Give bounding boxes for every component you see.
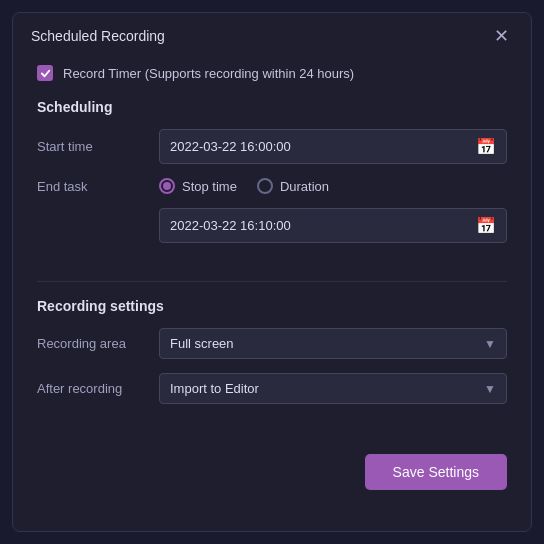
after-recording-label: After recording xyxy=(37,381,147,396)
stop-time-radio-inner xyxy=(163,182,171,190)
end-task-label: End task xyxy=(37,179,147,194)
close-button[interactable]: ✕ xyxy=(490,27,513,45)
stop-time-radio[interactable]: Stop time xyxy=(159,178,237,194)
scheduled-recording-dialog: Scheduled Recording ✕ Record Timer (Supp… xyxy=(12,12,532,532)
start-time-input[interactable]: 2022-03-22 16:00:00 📅 xyxy=(159,129,507,164)
recording-area-label: Recording area xyxy=(37,336,147,351)
start-time-value: 2022-03-22 16:00:00 xyxy=(170,139,468,154)
dialog-title: Scheduled Recording xyxy=(31,28,165,44)
scheduling-section-title: Scheduling xyxy=(37,99,507,115)
duration-radio[interactable]: Duration xyxy=(257,178,329,194)
start-time-row: Start time 2022-03-22 16:00:00 📅 xyxy=(37,129,507,164)
record-timer-row: Record Timer (Supports recording within … xyxy=(37,65,507,81)
section-divider xyxy=(37,257,507,273)
end-task-radio-group: Stop time Duration xyxy=(159,178,329,194)
scheduling-section: Scheduling Start time 2022-03-22 16:00:0… xyxy=(37,99,507,243)
record-timer-label: Record Timer (Supports recording within … xyxy=(63,66,354,81)
recording-area-chevron-icon: ▼ xyxy=(484,337,496,351)
dialog-body: Record Timer (Supports recording within … xyxy=(13,57,531,438)
end-time-value: 2022-03-22 16:10:00 xyxy=(170,218,468,233)
dialog-footer: Save Settings xyxy=(13,438,531,510)
recording-settings-title: Recording settings xyxy=(37,298,507,314)
end-time-calendar-icon[interactable]: 📅 xyxy=(476,216,496,235)
save-settings-button[interactable]: Save Settings xyxy=(365,454,507,490)
record-timer-checkbox[interactable] xyxy=(37,65,53,81)
recording-area-select[interactable]: Full screen ▼ xyxy=(159,328,507,359)
start-time-label: Start time xyxy=(37,139,147,154)
end-task-row: End task Stop time Duration xyxy=(37,178,507,194)
after-recording-chevron-icon: ▼ xyxy=(484,382,496,396)
after-recording-row: After recording Import to Editor ▼ xyxy=(37,373,507,404)
stop-time-radio-outer xyxy=(159,178,175,194)
divider-line xyxy=(37,281,507,282)
recording-settings-section: Recording settings Recording area Full s… xyxy=(37,298,507,404)
duration-radio-label: Duration xyxy=(280,179,329,194)
recording-area-value: Full screen xyxy=(170,336,484,351)
after-recording-select[interactable]: Import to Editor ▼ xyxy=(159,373,507,404)
stop-time-radio-label: Stop time xyxy=(182,179,237,194)
title-bar: Scheduled Recording ✕ xyxy=(13,13,531,57)
start-time-calendar-icon[interactable]: 📅 xyxy=(476,137,496,156)
recording-area-row: Recording area Full screen ▼ xyxy=(37,328,507,359)
end-time-input[interactable]: 2022-03-22 16:10:00 📅 xyxy=(159,208,507,243)
checkmark-icon xyxy=(40,68,51,79)
duration-radio-outer xyxy=(257,178,273,194)
end-time-row: 2022-03-22 16:10:00 📅 xyxy=(37,208,507,243)
after-recording-value: Import to Editor xyxy=(170,381,484,396)
